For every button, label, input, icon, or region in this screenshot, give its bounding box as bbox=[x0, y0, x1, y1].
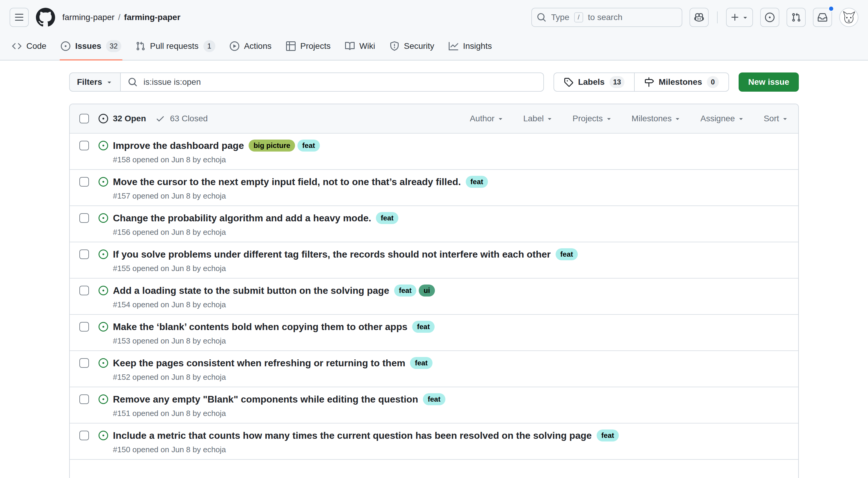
issue-meta: #156 opened on Jun 8 by echoja bbox=[113, 228, 398, 237]
open-issue-icon bbox=[98, 358, 108, 368]
tab-wiki[interactable]: Wiki bbox=[338, 32, 382, 60]
open-count-label: 32 Open bbox=[113, 114, 146, 123]
issue-label[interactable]: feat bbox=[298, 139, 320, 152]
closed-issues-toggle[interactable]: 63 Closed bbox=[155, 114, 208, 123]
issue-label[interactable]: feat bbox=[412, 321, 435, 333]
labels-label: Labels bbox=[578, 77, 605, 87]
issue-label[interactable]: feat bbox=[597, 429, 619, 442]
issue-title[interactable]: Include a metric that counts how many ti… bbox=[113, 428, 592, 443]
issue-main: Remove any empty "Blank" components whil… bbox=[113, 392, 445, 418]
filter-sort[interactable]: Sort bbox=[764, 114, 788, 123]
user-avatar[interactable] bbox=[839, 8, 859, 27]
inbox-icon bbox=[818, 12, 827, 22]
issue-checkbox[interactable] bbox=[80, 431, 89, 440]
open-issues-toggle[interactable]: 32 Open bbox=[98, 114, 146, 123]
tab-code[interactable]: Code bbox=[5, 32, 54, 60]
open-issue-icon bbox=[98, 286, 108, 295]
issue-main: Make the ‘blank’ contents bold when copy… bbox=[113, 320, 435, 346]
chevron-down-icon bbox=[737, 115, 745, 122]
issue-labels: feat bbox=[412, 321, 435, 333]
repo-tabs: Code Issues 32 Pull requests 1 Actions P… bbox=[0, 32, 868, 61]
new-issue-button[interactable]: New issue bbox=[739, 72, 799, 92]
copilot-button[interactable] bbox=[689, 8, 709, 27]
issue-label[interactable]: feat bbox=[423, 393, 445, 405]
issue-title[interactable]: Improve the dashboard page bbox=[113, 138, 244, 153]
open-issue-icon bbox=[98, 322, 108, 331]
tab-actions[interactable]: Actions bbox=[222, 32, 279, 60]
issue-checkbox[interactable] bbox=[80, 141, 89, 150]
issue-checkbox[interactable] bbox=[80, 322, 89, 331]
search-icon bbox=[128, 77, 137, 87]
issue-label[interactable]: ui bbox=[419, 285, 435, 296]
issue-title[interactable]: If you solve problems under different ta… bbox=[113, 247, 551, 261]
issue-labels: feat bbox=[376, 212, 398, 224]
select-all-checkbox[interactable] bbox=[80, 114, 89, 123]
chevron-down-icon bbox=[674, 115, 681, 122]
tab-projects[interactable]: Projects bbox=[279, 32, 338, 60]
issue-label[interactable]: feat bbox=[394, 285, 416, 296]
your-pull-requests-button[interactable] bbox=[786, 8, 806, 27]
issue-label[interactable]: feat bbox=[466, 176, 488, 188]
avatar-dog-sketch bbox=[840, 8, 858, 26]
git-pull-request-icon bbox=[136, 41, 145, 51]
three-bars-icon bbox=[14, 12, 24, 22]
issue-meta: #150 opened on Jun 8 by echoja bbox=[113, 445, 619, 454]
check-icon bbox=[155, 114, 165, 123]
issue-checkbox[interactable] bbox=[80, 177, 89, 187]
filters-dropdown-button[interactable]: Filters bbox=[69, 72, 121, 92]
tab-counter: 1 bbox=[204, 40, 215, 52]
tab-label: Wiki bbox=[360, 41, 375, 51]
search-slash-key: / bbox=[574, 12, 583, 23]
tab-security[interactable]: Security bbox=[382, 32, 441, 60]
issue-checkbox[interactable] bbox=[80, 394, 89, 404]
issue-label[interactable]: feat bbox=[376, 212, 398, 224]
milestones-button[interactable]: Milestones 0 bbox=[634, 73, 728, 91]
issue-main: If you solve problems under different ta… bbox=[113, 247, 578, 273]
github-logo[interactable] bbox=[36, 8, 55, 27]
search-placeholder-after: to search bbox=[588, 12, 622, 22]
tab-issues[interactable]: Issues 32 bbox=[54, 32, 128, 60]
issue-title[interactable]: Remove any empty "Blank" components whil… bbox=[113, 392, 418, 407]
issue-checkbox[interactable] bbox=[80, 286, 89, 295]
global-search[interactable]: Type / to search bbox=[531, 8, 682, 27]
breadcrumb-repo-link[interactable]: farming-paper bbox=[124, 12, 180, 22]
issue-title[interactable]: Add a loading state to the submit button… bbox=[113, 283, 390, 298]
chevron-down-icon bbox=[497, 115, 504, 122]
issue-title[interactable]: Keep the pages consistent when refreshin… bbox=[113, 356, 405, 370]
issue-checkbox[interactable] bbox=[80, 213, 89, 223]
issue-opened-icon bbox=[61, 41, 70, 51]
tab-counter: 32 bbox=[106, 40, 121, 52]
code-icon bbox=[12, 41, 22, 51]
github-mark-icon bbox=[36, 8, 55, 27]
issue-title[interactable]: Change the probability algorithm and add… bbox=[113, 211, 371, 225]
issue-label[interactable]: feat bbox=[556, 248, 578, 260]
issues-search-input[interactable] bbox=[142, 77, 536, 88]
list-filter-label: Projects bbox=[572, 114, 602, 123]
create-new-button[interactable] bbox=[726, 8, 753, 27]
filter-author[interactable]: Author bbox=[470, 114, 504, 123]
issue-label[interactable]: feat bbox=[410, 357, 433, 369]
issue-title[interactable]: Make the ‘blank’ contents bold when copy… bbox=[113, 320, 407, 334]
filter-projects[interactable]: Projects bbox=[572, 114, 612, 123]
filter-milestones[interactable]: Milestones bbox=[632, 114, 681, 123]
global-menu-button[interactable] bbox=[9, 8, 29, 27]
issue-meta: #152 opened on Jun 8 by echoja bbox=[113, 373, 433, 382]
issue-row: Improve the dashboard page big picturefe… bbox=[70, 133, 798, 169]
chevron-down-icon bbox=[742, 14, 749, 21]
tab-insights[interactable]: Insights bbox=[441, 32, 499, 60]
breadcrumb-owner-link[interactable]: farming-paper bbox=[62, 12, 115, 22]
tab-pull-requests[interactable]: Pull requests 1 bbox=[128, 32, 222, 60]
filter-label[interactable]: Label bbox=[523, 114, 554, 123]
your-issues-button[interactable] bbox=[760, 8, 779, 27]
issue-labels: big picturefeat bbox=[249, 139, 319, 152]
github-issues-page: farming-paper / farming-paper Type / to … bbox=[0, 0, 868, 478]
issue-checkbox[interactable] bbox=[80, 358, 89, 368]
list-filter-dropdowns: Author Label Projects Milestones Assigne… bbox=[470, 114, 788, 123]
issue-label[interactable]: big picture bbox=[249, 139, 295, 152]
issue-labels: feat bbox=[556, 248, 578, 260]
labels-button[interactable]: Labels 13 bbox=[554, 73, 634, 91]
issue-title[interactable]: Move the cursor to the next empty input … bbox=[113, 174, 461, 189]
chevron-down-icon bbox=[605, 115, 613, 122]
filter-assignee[interactable]: Assignee bbox=[700, 114, 744, 123]
issue-checkbox[interactable] bbox=[80, 250, 89, 259]
